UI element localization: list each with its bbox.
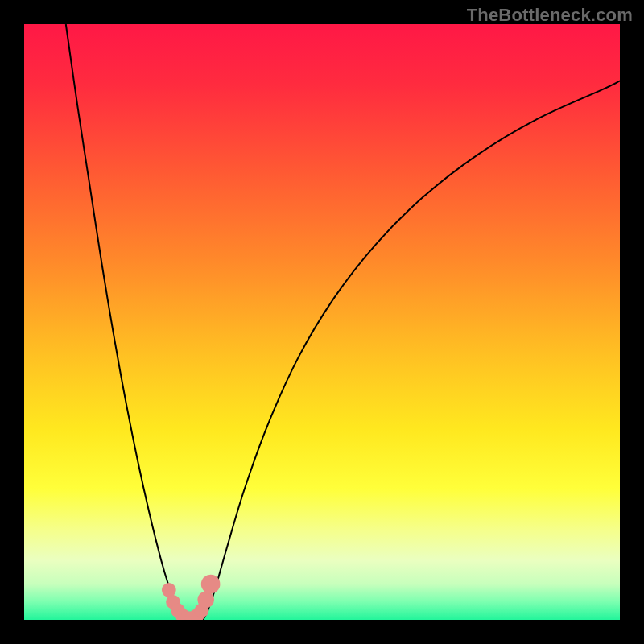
plot-area — [24, 24, 620, 620]
outer-frame: TheBottleneck.com — [0, 0, 644, 644]
marker-dot — [197, 591, 214, 608]
gradient-background — [24, 24, 620, 620]
watermark-title: TheBottleneck.com — [467, 5, 633, 26]
bottleneck-chart — [24, 24, 620, 620]
marker-dot — [201, 575, 221, 594]
